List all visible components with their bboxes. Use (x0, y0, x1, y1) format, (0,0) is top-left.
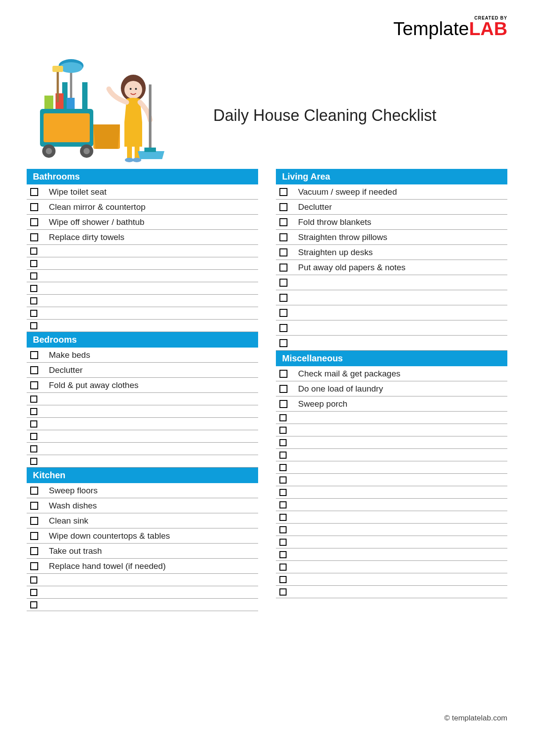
checkbox-icon[interactable] (30, 310, 37, 317)
checkbox-icon[interactable] (30, 351, 38, 359)
checklist-label: Sweep porch (295, 399, 507, 409)
checkbox-icon[interactable] (279, 439, 287, 446)
checkbox-icon[interactable] (30, 188, 38, 196)
checkbox-icon[interactable] (30, 322, 37, 329)
svg-rect-27 (144, 148, 156, 152)
checkbox-icon[interactable] (279, 526, 287, 533)
checkbox-icon[interactable] (279, 188, 287, 196)
checkbox-icon[interactable] (279, 218, 287, 226)
section-header: Bathrooms (27, 169, 258, 184)
checkbox-icon[interactable] (279, 564, 287, 571)
checkbox-icon[interactable] (279, 203, 287, 211)
checkbox-icon[interactable] (30, 601, 37, 608)
checkbox-icon[interactable] (279, 489, 287, 496)
checkbox-icon[interactable] (30, 381, 38, 389)
checkbox-icon[interactable] (279, 501, 287, 508)
checklist-label: Do one load of laundry (295, 384, 507, 394)
checkbox-icon[interactable] (30, 589, 37, 596)
checklist-row-blank (27, 418, 258, 430)
checklist-row: Wipe toilet seat (27, 184, 258, 200)
checkbox-cell (276, 188, 295, 196)
checklist-row-blank (27, 257, 258, 270)
checkbox-icon[interactable] (30, 218, 38, 226)
checkbox-icon[interactable] (279, 588, 287, 596)
checkbox-cell (276, 309, 295, 317)
checkbox-icon[interactable] (279, 427, 287, 434)
checkbox-icon[interactable] (279, 385, 287, 393)
checkbox-cell (27, 562, 46, 570)
checkbox-icon[interactable] (30, 285, 37, 292)
checkbox-icon[interactable] (279, 309, 287, 317)
checkbox-cell (27, 487, 46, 495)
checkbox-icon[interactable] (30, 408, 37, 415)
svg-point-8 (84, 148, 90, 154)
checkbox-icon[interactable] (30, 203, 38, 211)
checkbox-cell (27, 188, 46, 196)
checklist-label: Wipe toilet seat (46, 187, 258, 197)
checkbox-icon[interactable] (279, 452, 287, 459)
checkbox-icon[interactable] (279, 233, 287, 241)
checkbox-cell (276, 539, 295, 546)
checklist-label: Straighten throw pillows (295, 232, 507, 242)
checklist-row: Replace hand towel (if needed) (27, 559, 258, 574)
section-header: Kitchen (27, 468, 258, 483)
checkbox-icon[interactable] (30, 420, 37, 428)
checklist-row: Put away old papers & notes (276, 260, 507, 275)
checkbox-icon[interactable] (30, 517, 38, 525)
checkbox-icon[interactable] (279, 539, 287, 546)
checkbox-icon[interactable] (30, 396, 37, 403)
checkbox-icon[interactable] (30, 487, 38, 495)
checkbox-icon[interactable] (30, 562, 38, 570)
svg-point-6 (46, 148, 52, 154)
checkbox-icon[interactable] (279, 339, 287, 347)
checkbox-icon[interactable] (279, 400, 287, 408)
checkbox-icon[interactable] (30, 547, 38, 555)
checkbox-icon[interactable] (279, 264, 287, 272)
checklist-row: Straighten throw pillows (276, 230, 507, 245)
checkbox-icon[interactable] (30, 366, 38, 374)
checklist-row: Replace dirty towels (27, 230, 258, 245)
checkbox-icon[interactable] (279, 514, 287, 521)
checkbox-cell (276, 588, 295, 596)
checkbox-icon[interactable] (279, 248, 287, 256)
checkbox-icon[interactable] (279, 414, 287, 421)
checkbox-icon[interactable] (279, 370, 287, 378)
checklist-row: Make beds (27, 348, 258, 363)
checkbox-icon[interactable] (30, 532, 38, 540)
checkbox-icon[interactable] (30, 433, 37, 440)
checkbox-icon[interactable] (279, 464, 287, 471)
checkbox-icon[interactable] (30, 297, 37, 304)
checkbox-icon[interactable] (30, 233, 38, 241)
svg-rect-9 (44, 96, 53, 109)
checklist-label: Put away old papers & notes (295, 263, 507, 272)
checkbox-icon[interactable] (30, 502, 38, 510)
checkbox-icon[interactable] (30, 576, 37, 584)
svg-rect-1 (44, 113, 90, 142)
checkbox-icon[interactable] (30, 445, 37, 452)
checkbox-icon[interactable] (279, 576, 287, 583)
checkbox-icon[interactable] (30, 458, 37, 465)
checkbox-icon[interactable] (30, 248, 37, 255)
checklist-row-blank (276, 461, 507, 474)
cleaning-illustration (31, 58, 164, 164)
checkbox-cell (276, 203, 295, 211)
checklist-row: Fold throw blankets (276, 215, 507, 230)
checkbox-icon[interactable] (30, 260, 37, 267)
checkbox-cell (27, 517, 46, 525)
checklist-row-blank (27, 405, 258, 418)
checklist-row-blank (27, 586, 258, 599)
checkbox-icon[interactable] (279, 279, 287, 287)
checkbox-cell (27, 310, 46, 317)
checkbox-icon[interactable] (279, 294, 287, 302)
checklist-row: Sweep porch (276, 396, 507, 412)
checkbox-cell (27, 408, 46, 415)
checkbox-icon[interactable] (279, 324, 287, 332)
checklist-row-blank (276, 499, 507, 511)
checkbox-cell (27, 433, 46, 440)
checkbox-icon[interactable] (279, 551, 287, 558)
checkbox-cell (276, 452, 295, 459)
checkbox-icon[interactable] (279, 476, 287, 484)
checkbox-cell (276, 279, 295, 287)
checkbox-icon[interactable] (30, 272, 37, 280)
checklist-row-blank (27, 270, 258, 282)
